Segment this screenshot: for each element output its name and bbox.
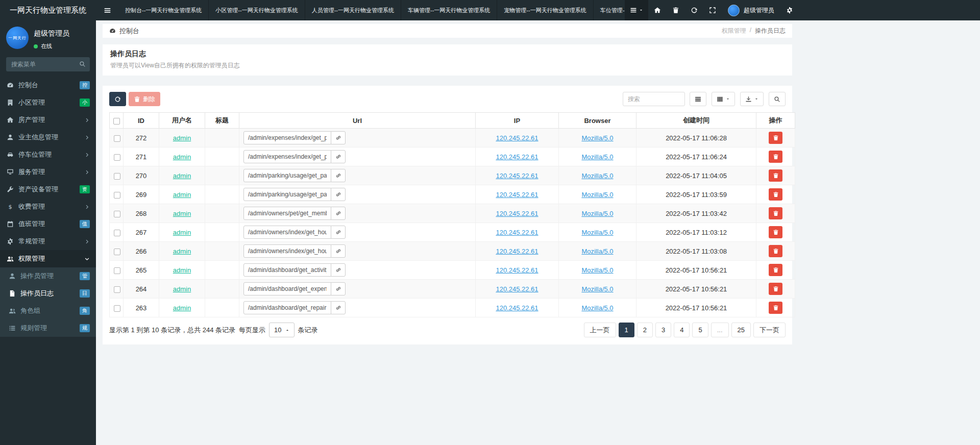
- column-header[interactable]: 用户名: [159, 113, 205, 129]
- column-header[interactable]: 标题: [205, 113, 239, 129]
- url-open-button[interactable]: [331, 301, 346, 314]
- sidebar-item-property[interactable]: 房产管理: [0, 111, 96, 129]
- prev-page-button[interactable]: 上一页: [584, 323, 616, 337]
- url-open-button[interactable]: [331, 263, 346, 277]
- row-delete-button[interactable]: [769, 245, 782, 257]
- row-delete-button[interactable]: [769, 151, 782, 163]
- url-open-button[interactable]: [331, 169, 346, 182]
- delete-button[interactable]: 删除: [129, 92, 160, 106]
- row-delete-button[interactable]: [769, 226, 782, 238]
- sidebar-item-parking[interactable]: 停车位管理: [0, 146, 96, 163]
- browser-link[interactable]: Mozilla/5.0: [581, 285, 613, 293]
- column-header[interactable]: Url: [239, 113, 476, 129]
- row-checkbox[interactable]: [114, 305, 120, 312]
- url-input[interactable]: [243, 188, 331, 201]
- toggle-view-button[interactable]: [690, 92, 706, 106]
- ip-link[interactable]: 120.245.22.61: [496, 229, 538, 236]
- page-tab-3[interactable]: 车辆管理--一网天行物业管理系统: [401, 0, 497, 20]
- url-input[interactable]: [243, 301, 331, 314]
- row-delete-button[interactable]: [769, 264, 782, 276]
- open-tabs-list-button[interactable]: [625, 0, 648, 20]
- page-tab-2[interactable]: 人员管理--一网天行物业管理系统: [305, 0, 401, 20]
- url-input[interactable]: [243, 226, 331, 239]
- browser-link[interactable]: Mozilla/5.0: [581, 191, 613, 199]
- ip-link[interactable]: 120.245.22.61: [496, 172, 538, 180]
- page-tab-0[interactable]: 控制台--一网天行物业管理系统: [118, 0, 209, 20]
- url-input[interactable]: [243, 150, 331, 163]
- row-checkbox[interactable]: [114, 211, 120, 217]
- sidebar-item-duty[interactable]: 值班管理值: [0, 215, 96, 233]
- sidebar-item-role-group[interactable]: 角色组角: [0, 302, 96, 319]
- page-tab-1[interactable]: 小区管理--一网天行物业管理系统: [209, 0, 305, 20]
- username-link[interactable]: admin: [173, 285, 191, 293]
- username-link[interactable]: admin: [173, 229, 191, 236]
- page-size-select[interactable]: 10: [269, 323, 294, 337]
- ip-link[interactable]: 120.245.22.61: [496, 134, 538, 142]
- sidebar-item-assets[interactable]: 资产设备管理资: [0, 181, 96, 198]
- username-link[interactable]: admin: [173, 134, 191, 142]
- row-checkbox[interactable]: [114, 230, 120, 236]
- fullscreen-button[interactable]: [703, 0, 722, 20]
- clear-cache-button[interactable]: [667, 0, 685, 20]
- page-button-2[interactable]: 2: [637, 323, 653, 337]
- browser-link[interactable]: Mozilla/5.0: [581, 304, 613, 312]
- column-header[interactable]: IP: [476, 113, 559, 129]
- search-icon[interactable]: [79, 61, 86, 67]
- browser-link[interactable]: Mozilla/5.0: [581, 153, 613, 161]
- username-link[interactable]: admin: [173, 172, 191, 180]
- row-checkbox[interactable]: [114, 154, 120, 161]
- url-open-button[interactable]: [331, 244, 346, 258]
- row-delete-button[interactable]: [769, 207, 782, 219]
- sidebar-item-dashboard[interactable]: 控制台控: [0, 77, 96, 94]
- export-button[interactable]: [740, 92, 764, 106]
- sidebar-item-admin-manage[interactable]: 操作员管理管: [0, 267, 96, 285]
- page-button-5[interactable]: 5: [692, 323, 708, 337]
- next-page-button[interactable]: 下一页: [753, 323, 786, 337]
- sidebar-item-charging[interactable]: $收费管理: [0, 198, 96, 215]
- table-search-input[interactable]: [623, 92, 685, 106]
- page-button-1[interactable]: 1: [619, 323, 634, 337]
- browser-link[interactable]: Mozilla/5.0: [581, 134, 613, 142]
- row-checkbox[interactable]: [114, 249, 120, 255]
- url-open-button[interactable]: [331, 207, 346, 220]
- sidebar-item-service[interactable]: 服务管理: [0, 163, 96, 181]
- current-user-menu[interactable]: 超级管理员: [722, 0, 780, 20]
- menu-search-input[interactable]: [6, 57, 90, 71]
- ip-link[interactable]: 120.245.22.61: [496, 266, 538, 274]
- url-input[interactable]: [243, 244, 331, 258]
- sidebar-item-owner-info[interactable]: 业主信息管理: [0, 129, 96, 146]
- home-button[interactable]: [648, 0, 667, 20]
- column-header[interactable]: ID: [124, 113, 159, 129]
- url-input[interactable]: [243, 263, 331, 277]
- ip-link[interactable]: 120.245.22.61: [496, 153, 538, 161]
- row-delete-button[interactable]: [769, 283, 782, 295]
- url-input[interactable]: [243, 282, 331, 295]
- browser-link[interactable]: Mozilla/5.0: [581, 210, 613, 217]
- sidebar-item-general[interactable]: 常规管理: [0, 233, 96, 250]
- username-link[interactable]: admin: [173, 210, 191, 217]
- row-delete-button[interactable]: [769, 132, 782, 144]
- username-link[interactable]: admin: [173, 266, 191, 274]
- username-link[interactable]: admin: [173, 153, 191, 161]
- ip-link[interactable]: 120.245.22.61: [496, 248, 538, 255]
- page-tab-4[interactable]: 宠物管理--一网天行物业管理系统: [497, 0, 593, 20]
- url-open-button[interactable]: [331, 150, 346, 163]
- url-open-button[interactable]: [331, 131, 346, 144]
- sidebar-item-rule-manage[interactable]: 规则管理规: [0, 319, 96, 337]
- row-delete-button[interactable]: [769, 302, 782, 314]
- row-checkbox[interactable]: [114, 173, 120, 180]
- browser-link[interactable]: Mozilla/5.0: [581, 172, 613, 180]
- column-header[interactable]: 创建时间: [636, 113, 756, 129]
- row-delete-button[interactable]: [769, 169, 782, 182]
- url-input[interactable]: [243, 169, 331, 182]
- username-link[interactable]: admin: [173, 304, 191, 312]
- row-checkbox[interactable]: [114, 192, 120, 199]
- url-open-button[interactable]: [331, 282, 346, 295]
- url-input[interactable]: [243, 207, 331, 220]
- refresh-page-button[interactable]: [685, 0, 703, 20]
- settings-button[interactable]: [780, 0, 799, 20]
- sidebar-toggle-button[interactable]: [96, 0, 118, 20]
- sidebar-item-community[interactable]: 小区管理小: [0, 94, 96, 111]
- username-link[interactable]: admin: [173, 191, 191, 199]
- breadcrumb-current[interactable]: 控制台: [109, 27, 139, 36]
